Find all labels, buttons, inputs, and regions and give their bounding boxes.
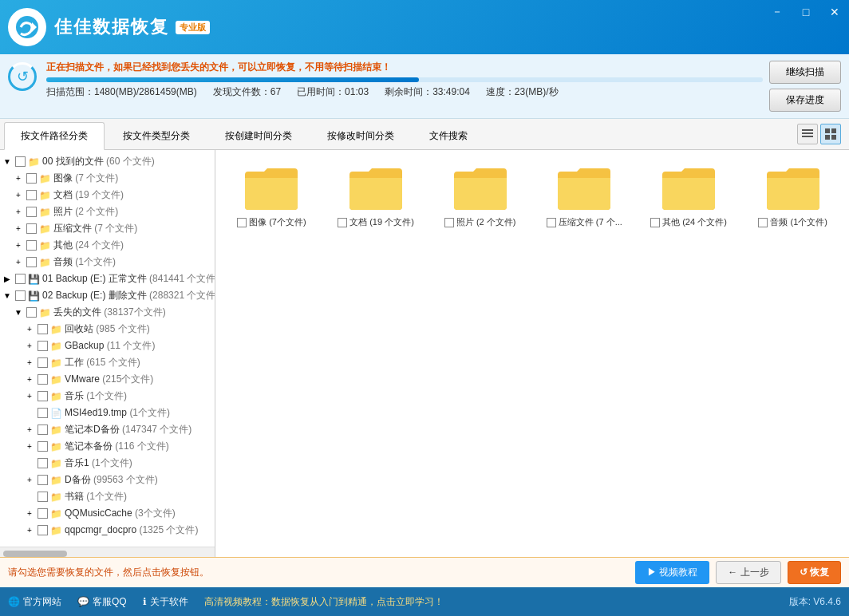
tree-checkbox[interactable] bbox=[15, 156, 26, 167]
tree-checkbox[interactable] bbox=[38, 341, 48, 351]
file-checkbox[interactable] bbox=[758, 218, 768, 227]
tree-item[interactable]: + 📁 音乐 (1个文件) bbox=[0, 388, 215, 405]
expand-icon[interactable] bbox=[24, 408, 35, 419]
tree-item[interactable]: + 📁 GBackup (11 个文件) bbox=[0, 338, 215, 354]
expand-icon[interactable]: + bbox=[24, 391, 35, 402]
tree-item[interactable]: + 📁 qqpcmgr_docpro (1325 个文件) bbox=[0, 522, 215, 539]
tree-checkbox[interactable] bbox=[26, 307, 37, 318]
tree-checkbox[interactable] bbox=[15, 290, 26, 301]
expand-icon[interactable]: ▶ bbox=[2, 274, 13, 285]
tree-checkbox[interactable] bbox=[26, 240, 37, 251]
expand-icon[interactable]: + bbox=[24, 441, 35, 452]
expand-icon[interactable]: + bbox=[24, 424, 35, 436]
tree-checkbox[interactable] bbox=[38, 492, 48, 502]
expand-icon[interactable]: + bbox=[13, 190, 24, 201]
tree-item[interactable]: ▼ 📁 丢失的文件 (38137个文件) bbox=[0, 304, 215, 321]
tree-item[interactable]: + 📁 音频 (1个文件) bbox=[0, 254, 215, 270]
promo-text[interactable]: 高清视频教程：数据恢复从入门到精通，点击立即学习！ bbox=[204, 595, 773, 609]
expand-icon[interactable]: + bbox=[13, 223, 24, 235]
tree-checkbox[interactable] bbox=[26, 207, 37, 217]
file-item[interactable]: 音频 (1个文件) bbox=[744, 158, 841, 235]
official-site-link[interactable]: 🌐 官方网站 bbox=[8, 595, 61, 609]
expand-icon[interactable]: + bbox=[13, 207, 24, 218]
tree-scrollbar[interactable] bbox=[0, 547, 215, 557]
tab-modified[interactable]: 按修改时间分类 bbox=[310, 122, 411, 149]
tree-item[interactable]: + 📁 回收站 (985 个文件) bbox=[0, 321, 215, 338]
expand-icon[interactable] bbox=[24, 458, 35, 469]
tab-path[interactable]: 按文件路径分类 bbox=[4, 122, 105, 150]
expand-icon[interactable]: ▼ bbox=[2, 156, 13, 168]
expand-icon[interactable]: + bbox=[24, 324, 35, 335]
tree-item[interactable]: + 📁 其他 (24 个文件) bbox=[0, 237, 215, 254]
tree-item[interactable]: 📄 MSI4ed19.tmp (1个文件) bbox=[0, 405, 215, 421]
tree-item[interactable]: + 📁 笔记本备份 (116 个文件) bbox=[0, 438, 215, 455]
customer-qq-link[interactable]: 💬 客服QQ bbox=[77, 595, 127, 609]
tab-created[interactable]: 按创建时间分类 bbox=[208, 122, 309, 149]
tutorial-button[interactable]: ▶ 视频教程 bbox=[635, 561, 709, 584]
file-checkbox[interactable] bbox=[237, 218, 247, 227]
tree-item[interactable]: + 📁 图像 (7 个文件) bbox=[0, 170, 215, 187]
tree-checkbox[interactable] bbox=[38, 508, 48, 519]
file-checkbox[interactable] bbox=[444, 218, 454, 227]
file-checkbox[interactable] bbox=[338, 218, 347, 227]
tree-checkbox[interactable] bbox=[38, 374, 48, 385]
tree-checkbox[interactable] bbox=[26, 190, 37, 200]
file-item[interactable]: 照片 (2 个文件) bbox=[432, 158, 528, 235]
about-link[interactable]: ℹ 关于软件 bbox=[143, 595, 188, 609]
tab-type[interactable]: 按文件类型分类 bbox=[106, 122, 207, 149]
minimize-button[interactable]: － bbox=[763, 0, 792, 24]
tree-checkbox[interactable] bbox=[15, 274, 26, 284]
tree-checkbox[interactable] bbox=[38, 408, 48, 418]
expand-icon[interactable]: + bbox=[24, 508, 35, 519]
file-item[interactable]: 文档 (19 个文件) bbox=[328, 158, 424, 235]
tree-item[interactable]: + 📁 文档 (19 个文件) bbox=[0, 187, 215, 203]
file-item[interactable]: 图像 (7个文件) bbox=[223, 158, 320, 235]
tree-item[interactable]: + 📁 D备份 (99563 个文件) bbox=[0, 472, 215, 488]
expand-icon[interactable]: + bbox=[24, 525, 35, 536]
file-item[interactable]: 压缩文件 (7 个... bbox=[536, 158, 633, 235]
grid-view-button[interactable] bbox=[820, 124, 841, 144]
tree-checkbox[interactable] bbox=[38, 424, 48, 435]
tree-item[interactable]: 📁 书籍 (1个文件) bbox=[0, 488, 215, 505]
tree-item[interactable]: ▼ 📁 00 找到的文件 (60 个文件) bbox=[0, 153, 215, 170]
tree-checkbox[interactable] bbox=[38, 391, 48, 401]
tree-checkbox[interactable] bbox=[38, 324, 48, 334]
tab-search[interactable]: 文件搜索 bbox=[413, 122, 484, 149]
tree-item[interactable]: + 📁 VMware (215个文件) bbox=[0, 371, 215, 388]
expand-icon[interactable]: + bbox=[13, 240, 24, 251]
maximize-button[interactable]: □ bbox=[792, 0, 820, 24]
save-progress-button[interactable]: 保存进度 bbox=[769, 89, 841, 112]
tree-item[interactable]: + 📁 笔记本D备份 (147347 个文件) bbox=[0, 421, 215, 438]
tree-item[interactable]: ▶ 💾 01 Backup (E:) 正常文件 (841441 个文件... bbox=[0, 270, 215, 287]
tree-checkbox[interactable] bbox=[26, 173, 37, 184]
tree-checkbox[interactable] bbox=[38, 357, 48, 368]
file-checkbox[interactable] bbox=[650, 218, 660, 227]
expand-icon[interactable]: + bbox=[24, 341, 35, 352]
file-item[interactable]: 其他 (24 个文件) bbox=[641, 158, 737, 235]
back-button[interactable]: ← 上一步 bbox=[716, 561, 780, 584]
tree-item[interactable]: + 📁 压缩文件 (7 个文件) bbox=[0, 220, 215, 237]
expand-icon[interactable]: ▼ bbox=[2, 290, 13, 302]
expand-icon[interactable]: ▼ bbox=[13, 307, 24, 318]
tree-checkbox[interactable] bbox=[38, 475, 48, 485]
list-view-button[interactable] bbox=[797, 124, 818, 144]
expand-icon[interactable]: + bbox=[13, 173, 24, 184]
tree-item[interactable]: + 📁 工作 (615 个文件) bbox=[0, 354, 215, 371]
close-button[interactable]: ✕ bbox=[820, 0, 849, 24]
expand-icon[interactable]: + bbox=[24, 475, 35, 486]
expand-icon[interactable]: + bbox=[24, 357, 35, 369]
tree-item[interactable]: + 📁 照片 (2 个文件) bbox=[0, 203, 215, 220]
tree-checkbox[interactable] bbox=[38, 441, 48, 452]
tree-item[interactable]: + 📁 QQMusicCache (3个文件) bbox=[0, 505, 215, 522]
tree-checkbox[interactable] bbox=[38, 458, 48, 468]
tree-checkbox[interactable] bbox=[38, 525, 48, 535]
recover-button[interactable]: ↺ 恢复 bbox=[788, 561, 841, 584]
expand-icon[interactable]: + bbox=[24, 374, 35, 385]
tree-checkbox[interactable] bbox=[26, 257, 37, 267]
expand-icon[interactable]: + bbox=[13, 257, 24, 268]
tree-item[interactable]: ▼ 💾 02 Backup (E:) 删除文件 (288321 个文件... bbox=[0, 287, 215, 304]
continue-scan-button[interactable]: 继续扫描 bbox=[769, 61, 841, 84]
expand-icon[interactable] bbox=[24, 492, 35, 503]
tree-checkbox[interactable] bbox=[26, 223, 37, 234]
file-checkbox[interactable] bbox=[547, 218, 556, 227]
